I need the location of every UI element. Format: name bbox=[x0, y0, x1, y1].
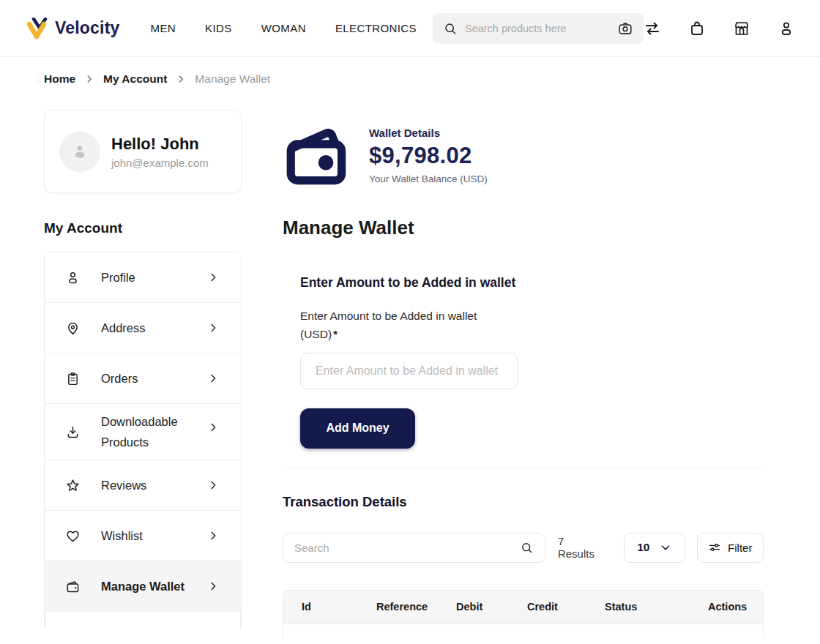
breadcrumb-current: Manage Wallet bbox=[195, 72, 270, 86]
chevron-right-icon bbox=[207, 422, 219, 433]
sidebar-item-downloadable-products[interactable]: Downloadable Products bbox=[45, 404, 241, 460]
transactions-table: Id Reference Debit Credit Status Actions bbox=[283, 590, 764, 637]
manage-wallet-panel: Wallet Details $9,798.02 Your Wallet Bal… bbox=[283, 110, 764, 637]
add-money-button[interactable]: Add Money bbox=[300, 408, 415, 449]
cart-bag-icon[interactable] bbox=[688, 20, 706, 37]
user-icon bbox=[65, 270, 81, 285]
brand-name: Velocity bbox=[55, 18, 120, 38]
sidebar-item-label: Address bbox=[101, 318, 207, 338]
nav-item-men[interactable]: MEN bbox=[151, 22, 176, 34]
sidebar-item-orders[interactable]: Orders bbox=[45, 353, 241, 404]
sidebar-item-label: Manage Wallet bbox=[101, 576, 207, 596]
store-icon[interactable] bbox=[733, 20, 750, 37]
transaction-controls: 7 Results 10 Filter bbox=[283, 533, 764, 563]
sidebar-item-label: Downloadable Products bbox=[101, 411, 207, 452]
page-size-value: 10 bbox=[637, 541, 649, 554]
wallet-summary-text: Wallet Details $9,798.02 Your Wallet Bal… bbox=[369, 121, 488, 184]
product-search-bar[interactable] bbox=[433, 13, 644, 44]
chevron-right-icon bbox=[207, 272, 219, 283]
sidebar-item-label: Profile bbox=[101, 267, 207, 288]
sidebar-item-reviews[interactable]: Reviews bbox=[45, 460, 241, 511]
sidebar-item-label: Reviews bbox=[101, 475, 207, 495]
required-asterisk: * bbox=[333, 328, 338, 340]
column-header-debit: Debit bbox=[456, 601, 527, 613]
sidebar-item-profile[interactable]: Profile bbox=[45, 252, 241, 303]
sidebar-item-label: Wishlist bbox=[101, 525, 207, 546]
nav-item-kids[interactable]: KIDS bbox=[205, 22, 232, 34]
results-count: 7 Results bbox=[558, 535, 603, 560]
breadcrumb-home[interactable]: Home bbox=[44, 72, 75, 86]
compare-icon[interactable] bbox=[644, 20, 661, 37]
clipboard-icon bbox=[65, 371, 81, 386]
account-menu: Profile Address bbox=[44, 252, 242, 628]
heart-icon bbox=[65, 528, 81, 544]
map-pin-icon bbox=[65, 321, 81, 336]
filter-button[interactable]: Filter bbox=[697, 533, 764, 563]
page-title: Manage Wallet bbox=[283, 217, 764, 239]
wallet-balance: $9,798.02 bbox=[369, 143, 488, 169]
wallet-icon bbox=[65, 579, 81, 594]
amount-field-label-line2: (USD) bbox=[300, 328, 332, 340]
add-money-form: Enter Amount to be Added in wallet Enter… bbox=[300, 275, 764, 449]
sidebar-item-wishlist[interactable]: Wishlist bbox=[45, 511, 241, 561]
camera-search-icon[interactable] bbox=[617, 20, 633, 37]
transaction-details-title: Transaction Details bbox=[283, 494, 764, 510]
filter-button-label: Filter bbox=[728, 542, 752, 554]
brand-logo[interactable]: Velocity bbox=[25, 17, 120, 40]
user-card-text: Hello! John john@example.com bbox=[111, 134, 209, 169]
nav-item-woman[interactable]: WOMAN bbox=[261, 22, 306, 34]
amount-input[interactable] bbox=[300, 353, 518, 389]
star-icon bbox=[65, 478, 81, 493]
filter-sliders-icon bbox=[708, 541, 721, 554]
nav-item-electronics[interactable]: ELECTRONICS bbox=[335, 22, 417, 34]
sidebar-item-address[interactable]: Address bbox=[45, 303, 241, 353]
top-bar: Velocity MEN KIDS WOMAN ELECTRONICS bbox=[0, 0, 820, 57]
breadcrumb-my-account[interactable]: My Account bbox=[103, 72, 167, 86]
chevron-right-icon bbox=[207, 580, 219, 592]
brand-logo-icon bbox=[25, 17, 50, 40]
add-money-section-title: Enter Amount to be Added in wallet bbox=[300, 275, 764, 291]
user-card: Hello! John john@example.com bbox=[44, 110, 242, 193]
wallet-balance-icon bbox=[283, 121, 348, 187]
column-header-actions: Actions bbox=[708, 601, 764, 613]
sidebar-item-manage-wallet[interactable]: Manage Wallet bbox=[45, 561, 241, 612]
column-header-credit: Credit bbox=[527, 601, 605, 613]
chevron-right-icon bbox=[176, 74, 186, 84]
sidebar-title: My Account bbox=[44, 220, 242, 236]
amount-field-label-line1: Enter Amount to be Added in wallet bbox=[300, 310, 477, 322]
user-greeting: Hello! John bbox=[111, 134, 209, 154]
section-divider bbox=[283, 468, 764, 468]
main-nav: MEN KIDS WOMAN ELECTRONICS bbox=[151, 22, 417, 34]
transaction-search-input[interactable] bbox=[294, 542, 520, 554]
wallet-summary: Wallet Details $9,798.02 Your Wallet Bal… bbox=[283, 121, 764, 187]
chevron-right-icon bbox=[207, 479, 219, 491]
menu-clipped-row bbox=[45, 612, 241, 628]
transaction-search-bar[interactable] bbox=[283, 533, 545, 563]
chevron-right-icon bbox=[207, 372, 219, 384]
table-row bbox=[283, 624, 764, 637]
user-email: john@example.com bbox=[111, 157, 209, 169]
chevron-right-icon bbox=[84, 74, 94, 84]
chevron-right-icon bbox=[207, 322, 219, 334]
search-icon bbox=[443, 21, 458, 36]
column-header-id: Id bbox=[302, 601, 376, 613]
search-icon bbox=[520, 541, 534, 555]
amount-field-label: Enter Amount to be Added in wallet (USD)… bbox=[300, 307, 527, 344]
breadcrumb: Home My Account Manage Wallet bbox=[44, 72, 764, 86]
sidebar-item-label: Orders bbox=[101, 368, 207, 389]
account-sidebar: Hello! John john@example.com My Account … bbox=[44, 110, 242, 628]
column-header-status: Status bbox=[605, 601, 708, 613]
wallet-details-title: Wallet Details bbox=[369, 127, 488, 139]
avatar bbox=[59, 131, 100, 172]
header-actions bbox=[644, 20, 795, 37]
account-icon[interactable] bbox=[778, 20, 795, 37]
column-header-reference: Reference bbox=[376, 601, 456, 613]
transactions-table-header: Id Reference Debit Credit Status Actions bbox=[283, 590, 764, 624]
page-size-select[interactable]: 10 bbox=[624, 533, 685, 563]
wallet-balance-caption: Your Wallet Balance (USD) bbox=[369, 173, 488, 184]
product-search-input[interactable] bbox=[465, 23, 617, 34]
chevron-down-icon bbox=[660, 542, 671, 553]
chevron-right-icon bbox=[207, 530, 219, 542]
download-icon bbox=[65, 424, 81, 440]
